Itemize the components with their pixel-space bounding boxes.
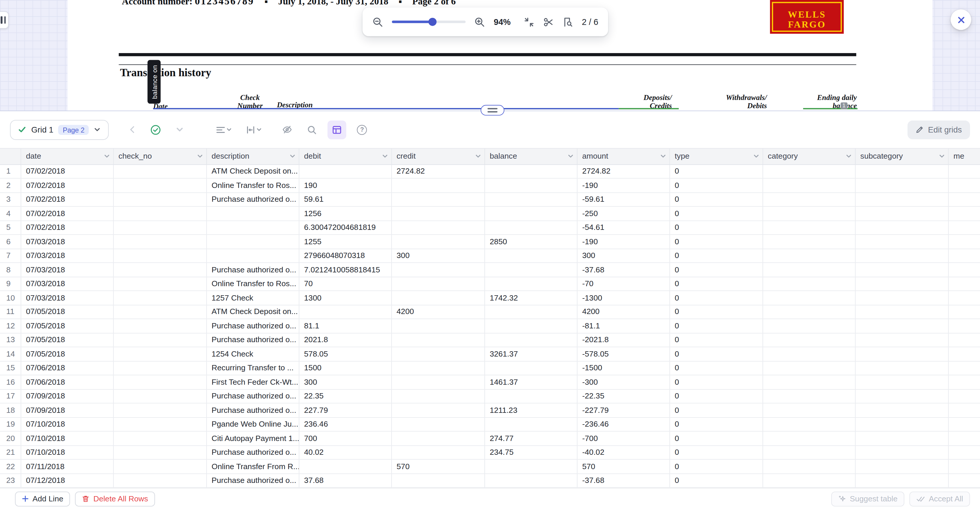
cell-date[interactable]: 07/05/2018: [21, 304, 113, 319]
cell-type[interactable]: 0: [669, 220, 762, 235]
column-header-amount[interactable]: amount: [577, 149, 669, 164]
cell-type[interactable]: 0: [669, 206, 762, 220]
cell-me[interactable]: [948, 249, 980, 263]
zoom-slider-knob[interactable]: [428, 18, 437, 26]
cell-description[interactable]: Purchase authorized o...: [206, 333, 299, 347]
cell-check_no[interactable]: [113, 403, 206, 417]
cell-debit[interactable]: 190: [299, 178, 391, 192]
cell-amount[interactable]: -190: [577, 178, 669, 192]
row-number[interactable]: 17: [0, 389, 21, 403]
cell-subcategory[interactable]: [855, 178, 948, 192]
zoom-in-button[interactable]: [474, 16, 485, 27]
cell-amount[interactable]: -70: [577, 277, 669, 291]
pane-resize-handle[interactable]: [480, 105, 504, 116]
cell-balance[interactable]: [484, 277, 577, 291]
cell-debit[interactable]: [299, 164, 391, 178]
cell-category[interactable]: [762, 220, 855, 235]
cell-credit[interactable]: [391, 347, 484, 361]
cell-credit[interactable]: [391, 474, 484, 488]
cell-date[interactable]: 07/06/2018: [21, 361, 113, 375]
cell-me[interactable]: [948, 263, 980, 277]
cell-check_no[interactable]: [113, 389, 206, 403]
row-number[interactable]: 18: [0, 403, 21, 417]
cell-date[interactable]: 07/02/2018: [21, 192, 113, 206]
row-number[interactable]: 20: [0, 431, 21, 446]
cell-category[interactable]: [762, 277, 855, 291]
cell-category[interactable]: [762, 235, 855, 249]
cell-debit[interactable]: 700: [299, 431, 391, 446]
column-header-date[interactable]: date: [21, 149, 113, 164]
cell-credit[interactable]: [391, 446, 484, 460]
cell-type[interactable]: 0: [669, 319, 762, 333]
cell-me[interactable]: [948, 277, 980, 291]
cell-type[interactable]: 0: [669, 431, 762, 446]
cell-date[interactable]: 07/03/2018: [21, 249, 113, 263]
cell-subcategory[interactable]: [855, 417, 948, 431]
cell-type[interactable]: 0: [669, 304, 762, 319]
cell-category[interactable]: [762, 474, 855, 488]
cell-description[interactable]: Purchase authorized o...: [206, 319, 299, 333]
cell-subcategory[interactable]: [855, 333, 948, 347]
cell-debit[interactable]: 22.35: [299, 389, 391, 403]
column-header-debit[interactable]: debit: [299, 149, 391, 164]
cell-type[interactable]: 0: [669, 389, 762, 403]
cell-amount[interactable]: -40.02: [577, 446, 669, 460]
cell-date[interactable]: 07/03/2018: [21, 235, 113, 249]
close-viewer-button[interactable]: [951, 10, 971, 30]
cell-debit[interactable]: 27966048070318: [299, 249, 391, 263]
cell-amount[interactable]: 4200: [577, 304, 669, 319]
column-header-type[interactable]: type: [669, 149, 762, 164]
cell-description[interactable]: Online Transfer From R...: [206, 460, 299, 474]
cell-balance[interactable]: [484, 263, 577, 277]
cell-credit[interactable]: 300: [391, 249, 484, 263]
search-grid-button[interactable]: [303, 120, 321, 139]
cell-balance[interactable]: [484, 220, 577, 235]
cell-check_no[interactable]: [113, 220, 206, 235]
cell-description[interactable]: Recurring Transfer to ...: [206, 361, 299, 375]
cell-subcategory[interactable]: [855, 263, 948, 277]
column-header-category[interactable]: category: [762, 149, 855, 164]
cell-category[interactable]: [762, 304, 855, 319]
row-number[interactable]: 2: [0, 178, 21, 192]
row-number[interactable]: 7: [0, 249, 21, 263]
cell-debit[interactable]: 227.79: [299, 403, 391, 417]
row-number[interactable]: 21: [0, 446, 21, 460]
row-number[interactable]: 15: [0, 361, 21, 375]
cell-balance[interactable]: 3261.37: [484, 347, 577, 361]
cell-debit[interactable]: 1300: [299, 291, 391, 305]
cell-subcategory[interactable]: [855, 403, 948, 417]
cell-debit[interactable]: 70: [299, 277, 391, 291]
cell-credit[interactable]: [391, 263, 484, 277]
cell-amount[interactable]: -227.79: [577, 403, 669, 417]
cell-description[interactable]: 1254 Check: [206, 347, 299, 361]
cell-check_no[interactable]: [113, 249, 206, 263]
cell-date[interactable]: 07/02/2018: [21, 206, 113, 220]
cell-check_no[interactable]: [113, 347, 206, 361]
cell-amount[interactable]: -54.61: [577, 220, 669, 235]
cell-check_no[interactable]: [113, 304, 206, 319]
cell-description[interactable]: [206, 249, 299, 263]
cell-category[interactable]: [762, 361, 855, 375]
cell-credit[interactable]: [391, 220, 484, 235]
cell-subcategory[interactable]: [855, 431, 948, 446]
cell-subcategory[interactable]: [855, 460, 948, 474]
cell-subcategory[interactable]: [855, 361, 948, 375]
cell-balance[interactable]: [484, 192, 577, 206]
cell-type[interactable]: 0: [669, 164, 762, 178]
cell-credit[interactable]: 2724.82: [391, 164, 484, 178]
cell-me[interactable]: [948, 206, 980, 220]
cell-date[interactable]: 07/11/2018: [21, 460, 113, 474]
cell-subcategory[interactable]: [855, 304, 948, 319]
cell-subcategory[interactable]: [855, 192, 948, 206]
cell-amount[interactable]: 2724.82: [577, 164, 669, 178]
cell-date[interactable]: 07/02/2018: [21, 178, 113, 192]
cell-description[interactable]: Purchase authorized o...: [206, 403, 299, 417]
cell-category[interactable]: [762, 403, 855, 417]
column-header-credit[interactable]: credit: [391, 149, 484, 164]
cell-balance[interactable]: [484, 333, 577, 347]
cell-me[interactable]: [948, 333, 980, 347]
cell-balance[interactable]: [484, 474, 577, 488]
cell-balance[interactable]: [484, 460, 577, 474]
cell-check_no[interactable]: [113, 178, 206, 192]
cell-category[interactable]: [762, 291, 855, 305]
